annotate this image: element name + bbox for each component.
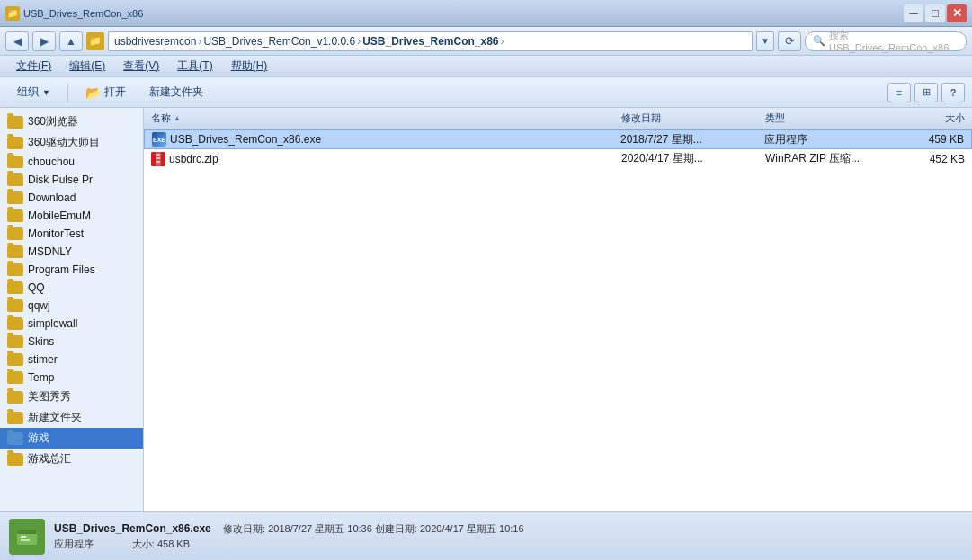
sidebar-item-skins[interactable]: Skins bbox=[0, 333, 143, 351]
file-name-cell: usbdrc.zip bbox=[147, 152, 618, 166]
file-date-cell: 2020/4/17 星期... bbox=[618, 151, 762, 166]
file-date-cell: 2018/7/27 星期... bbox=[617, 132, 761, 147]
folder-icon bbox=[7, 317, 23, 330]
sidebar: 360浏览器 360驱动大师目 chouchou Disk Pulse Pr D… bbox=[0, 108, 144, 511]
address-path[interactable]: usbdrivesremcon › USB_Drives_RemCon_v1.0… bbox=[108, 31, 753, 51]
svg-rect-4 bbox=[156, 161, 160, 163]
sidebar-item-diskpulse[interactable]: Disk Pulse Pr bbox=[0, 171, 143, 189]
zip-file-icon bbox=[151, 152, 165, 166]
up-button[interactable]: ▲ bbox=[59, 31, 83, 51]
window-title: USB_Drives_RemCon_x86 bbox=[23, 8, 143, 19]
sidebar-item-qq[interactable]: QQ bbox=[0, 279, 143, 297]
file-name: USB_Drives_RemCon_x86.exe bbox=[170, 133, 321, 146]
sidebar-item-programfiles[interactable]: Program Files bbox=[0, 261, 143, 279]
address-bar: ◀ ▶ ▲ 📁 usbdrivesremcon › USB_Drives_Rem… bbox=[0, 27, 972, 56]
menu-view[interactable]: 查看(V) bbox=[114, 57, 168, 76]
address-dropdown-button[interactable]: ▼ bbox=[756, 31, 774, 51]
col-header-type[interactable]: 类型 bbox=[762, 111, 887, 125]
back-button[interactable]: ◀ bbox=[5, 31, 29, 51]
file-size-cell: 459 KB bbox=[887, 133, 968, 146]
folder-icon bbox=[7, 263, 23, 276]
file-name-cell: EXE USB_Drives_RemCon_x86.exe bbox=[148, 132, 617, 147]
sort-arrow-icon: ▲ bbox=[174, 114, 181, 122]
folder-icon bbox=[7, 353, 23, 366]
sidebar-item-mobileemu[interactable]: MobileEmuM bbox=[0, 207, 143, 225]
folder-icon bbox=[7, 281, 23, 294]
sidebar-item-stimer[interactable]: stimer bbox=[0, 351, 143, 369]
file-type-cell: 应用程序 bbox=[761, 132, 887, 147]
column-headers: 名称 ▲ 修改日期 类型 大小 bbox=[144, 108, 972, 129]
maximize-button[interactable]: □ bbox=[925, 4, 945, 22]
exe-icon-img: EXE bbox=[152, 132, 166, 147]
menu-edit-label: 编辑(E) bbox=[69, 59, 105, 72]
sidebar-item-label: MobileEmuM bbox=[28, 209, 91, 222]
col-name-label: 名称 bbox=[151, 111, 171, 125]
sidebar-item-newfolder[interactable]: 新建文件夹 bbox=[0, 407, 143, 428]
folder-icon bbox=[7, 137, 23, 149]
sidebar-item-label: MonitorTest bbox=[28, 227, 84, 240]
menu-tools-label: 工具(T) bbox=[177, 59, 212, 72]
toolbar-separator-1 bbox=[67, 84, 68, 102]
col-header-name[interactable]: 名称 ▲ bbox=[147, 111, 618, 125]
sidebar-item-download[interactable]: Download bbox=[0, 189, 143, 207]
sidebar-item-label: 美图秀秀 bbox=[28, 389, 71, 404]
sidebar-item-gamesall[interactable]: 游戏总汇 bbox=[0, 449, 143, 469]
forward-button[interactable]: ▶ bbox=[32, 31, 56, 51]
sidebar-item-label: 新建文件夹 bbox=[28, 410, 82, 425]
col-header-date[interactable]: 修改日期 bbox=[618, 111, 762, 125]
sidebar-item-label: QQ bbox=[28, 281, 45, 294]
sidebar-item-label: Disk Pulse Pr bbox=[28, 173, 93, 186]
path-part-3: USB_Drives_RemCon_x86 bbox=[362, 35, 498, 48]
toolbar-right: ≡ ⊞ ? bbox=[887, 83, 965, 102]
menu-help[interactable]: 帮助(H) bbox=[222, 57, 277, 76]
search-box[interactable]: 🔍 搜索 USB_Drives_RemCon_x86 bbox=[805, 31, 967, 51]
folder-icon bbox=[7, 245, 23, 258]
sidebar-item-label: Download bbox=[28, 191, 76, 204]
status-type-size: 应用程序 大小: 458 KB bbox=[54, 538, 524, 551]
path-folder-icon: 📁 bbox=[86, 32, 104, 50]
title-bar: 📁 USB_Drives_RemCon_x86 ─ □ ✕ bbox=[0, 0, 972, 27]
sidebar-item-msdnly[interactable]: MSDNLY bbox=[0, 243, 143, 261]
sidebar-item-temp[interactable]: Temp bbox=[0, 369, 143, 387]
menu-edit[interactable]: 编辑(E) bbox=[60, 57, 114, 76]
table-row[interactable]: usbdrc.zip 2020/4/17 星期... WinRAR ZIP 压缩… bbox=[144, 149, 972, 169]
close-button[interactable]: ✕ bbox=[947, 4, 967, 22]
view-toggle-button[interactable]: ≡ bbox=[887, 83, 911, 102]
help-button[interactable]: ? bbox=[941, 83, 965, 102]
layout-button[interactable]: ⊞ bbox=[914, 83, 938, 102]
folder-icon bbox=[7, 173, 23, 186]
col-header-size[interactable]: 大小 bbox=[887, 111, 968, 125]
path-sep-3: › bbox=[501, 35, 504, 48]
status-file-icon bbox=[9, 519, 45, 555]
refresh-button[interactable]: ⟳ bbox=[778, 31, 801, 51]
sidebar-item-360driver[interactable]: 360驱动大师目 bbox=[0, 132, 143, 153]
folder-icon bbox=[7, 209, 23, 222]
sidebar-item-label: 360驱动大师目 bbox=[28, 135, 100, 150]
sidebar-item-games[interactable]: 游戏 bbox=[0, 428, 143, 449]
sidebar-item-meitu[interactable]: 美图秀秀 bbox=[0, 387, 143, 407]
sidebar-item-monitortest[interactable]: MonitorTest bbox=[0, 225, 143, 243]
status-type-label: 应用程序 bbox=[54, 538, 94, 549]
new-folder-button[interactable]: 新建文件夹 bbox=[139, 81, 213, 104]
organize-button[interactable]: 组织 ▼ bbox=[7, 81, 60, 104]
sidebar-item-label: 游戏总汇 bbox=[28, 451, 71, 467]
sidebar-item-label: Program Files bbox=[28, 263, 95, 276]
sidebar-item-qqwj[interactable]: qqwj bbox=[0, 297, 143, 315]
window-icon: 📁 bbox=[5, 6, 20, 21]
sidebar-item-simplewall[interactable]: simplewall bbox=[0, 315, 143, 333]
sidebar-item-360browser[interactable]: 360浏览器 bbox=[0, 111, 143, 132]
path-part-2: USB_Drives_RemCon_v1.0.0.6 bbox=[203, 35, 355, 48]
zip-icon-img bbox=[151, 152, 165, 166]
table-row[interactable]: EXE USB_Drives_RemCon_x86.exe 2018/7/27 … bbox=[144, 129, 972, 149]
file-rows: EXE USB_Drives_RemCon_x86.exe 2018/7/27 … bbox=[144, 129, 972, 511]
folder-icon bbox=[7, 227, 23, 240]
file-type-cell: WinRAR ZIP 压缩... bbox=[762, 151, 887, 166]
menu-tools[interactable]: 工具(T) bbox=[168, 57, 221, 76]
sidebar-item-label: MSDNLY bbox=[28, 245, 72, 258]
search-placeholder: 搜索 USB_Drives_RemCon_x86 bbox=[829, 29, 959, 53]
minimize-button[interactable]: ─ bbox=[904, 4, 923, 22]
menu-file[interactable]: 文件(F) bbox=[7, 57, 60, 76]
folder-icon bbox=[7, 116, 23, 129]
open-button[interactable]: 📂 打开 bbox=[76, 81, 136, 104]
sidebar-item-chouchou[interactable]: chouchou bbox=[0, 153, 143, 171]
